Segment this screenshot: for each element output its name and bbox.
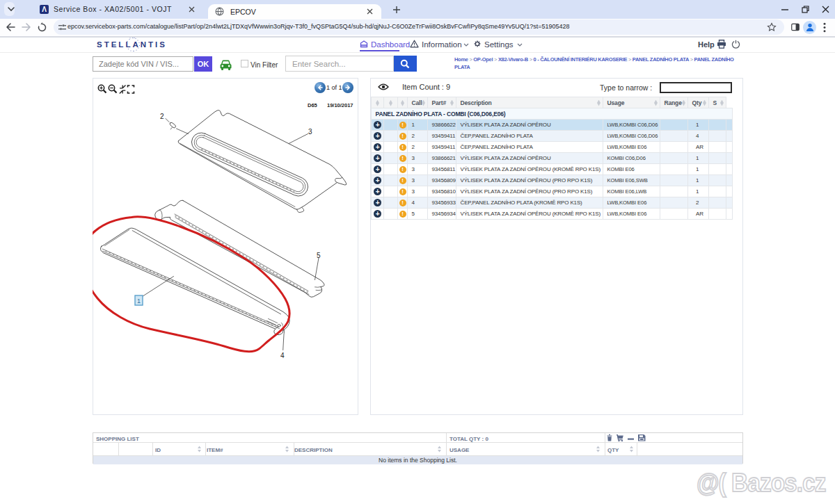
svg-text:4: 4 <box>280 352 285 359</box>
svg-text:2: 2 <box>160 113 164 120</box>
svg-text:5: 5 <box>317 252 321 259</box>
svg-text:1: 1 <box>137 298 141 304</box>
svg-text:3: 3 <box>308 128 312 136</box>
